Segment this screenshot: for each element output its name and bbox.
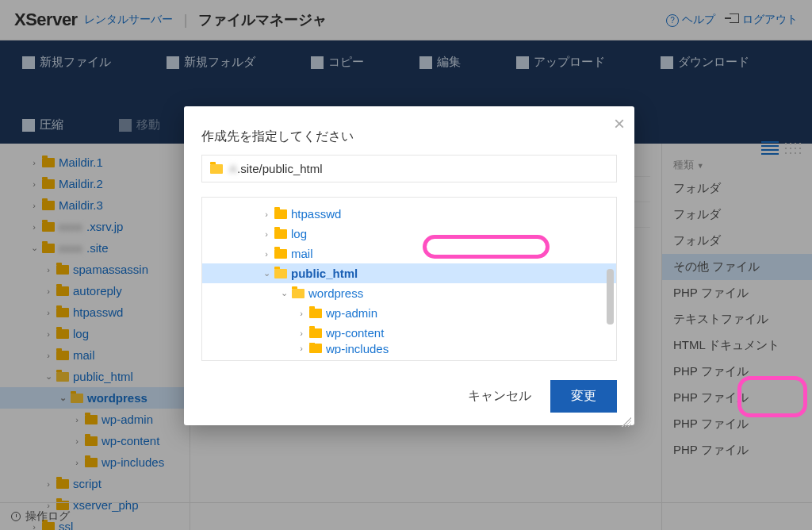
- path-display: A.site/public_html: [201, 155, 617, 182]
- modal-tree-item-wordpress[interactable]: ⌄wordpress: [202, 283, 616, 303]
- modal-tree-item-log[interactable]: ›log: [202, 224, 616, 244]
- modal-tree-item-htpasswd[interactable]: ›htpasswd: [202, 204, 616, 224]
- folder-icon: [274, 229, 287, 239]
- close-button[interactable]: ×: [614, 113, 625, 135]
- modal-prompt: 作成先を指定してください: [201, 129, 617, 145]
- destination-modal: × 作成先を指定してください A.site/public_html ›htpas…: [184, 106, 634, 425]
- modal-tree-item-wp-admin[interactable]: ›wp-admin: [202, 303, 616, 323]
- modal-tree-item-wp-content[interactable]: ›wp-content: [202, 323, 616, 343]
- modal-tree-item-mail[interactable]: ›mail: [202, 244, 616, 263]
- ok-button[interactable]: 変更: [550, 380, 617, 413]
- modal-tree-item-public_html[interactable]: ⌄public_html: [202, 263, 616, 283]
- folder-icon: [292, 289, 304, 298]
- folder-icon: [274, 249, 287, 259]
- folder-icon: [309, 344, 322, 353]
- modal-tree: ›htpasswd›log›mail⌄public_html⌄wordpress…: [201, 197, 617, 361]
- folder-icon: [210, 164, 223, 174]
- folder-icon: [309, 328, 322, 338]
- cancel-button[interactable]: キャンセル: [468, 388, 531, 405]
- resize-handle[interactable]: [622, 417, 631, 427]
- scrollbar[interactable]: [607, 269, 614, 325]
- modal-tree-item-wp-includes[interactable]: ›wp-includes: [202, 343, 616, 354]
- folder-icon: [274, 209, 287, 219]
- folder-icon: [274, 269, 287, 278]
- folder-icon: [309, 309, 322, 318]
